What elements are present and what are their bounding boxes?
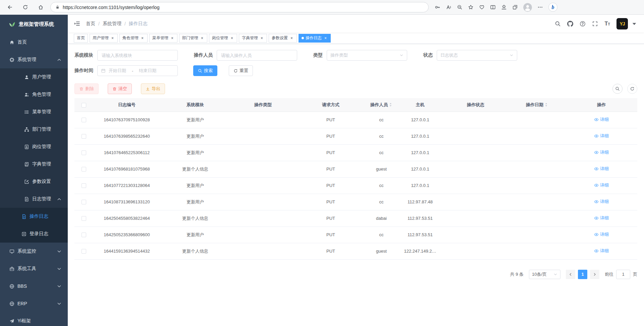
detail-link[interactable]: 详细 <box>594 117 609 123</box>
tab-close-icon[interactable]: × <box>170 36 174 40</box>
more-options-icon[interactable] <box>537 4 543 10</box>
sidebar-item-tools[interactable]: 系统工具 <box>0 260 68 277</box>
tab-close-icon[interactable]: × <box>323 36 328 40</box>
sidebar-item-post[interactable]: 岗位管理 <box>0 138 68 155</box>
read-aloud-icon[interactable] <box>446 4 451 10</box>
sidebar-item-loginlog[interactable]: 登录日志 <box>0 225 68 243</box>
next-page-button[interactable] <box>590 270 599 279</box>
row-checkbox[interactable] <box>82 118 86 122</box>
tab-menu[interactable]: 菜单管理× <box>149 34 177 43</box>
operator-input[interactable] <box>217 50 297 61</box>
avatar[interactable]: YJ <box>616 18 628 29</box>
tab-post[interactable]: 岗位管理× <box>209 34 237 43</box>
tab-dict[interactable]: 字典管理× <box>239 34 267 43</box>
tab-operlog[interactable]: 操作日志× <box>299 34 331 43</box>
row-checkbox[interactable] <box>82 183 86 188</box>
app-logo[interactable]: 意框架管理系统 <box>0 15 68 34</box>
search-button[interactable]: 搜索 <box>193 65 217 76</box>
breadcrumb-item-1[interactable]: 系统管理 <box>103 21 121 27</box>
tab-close-icon[interactable]: × <box>140 36 145 40</box>
sidebar-item-dept[interactable]: 部门管理 <box>0 121 68 138</box>
sidebar-item-operlog[interactable]: 操作日志 <box>0 208 68 225</box>
page-number-button[interactable]: 1 <box>578 270 587 279</box>
reload-icon[interactable] <box>20 2 30 12</box>
toggle-search-button[interactable] <box>612 84 623 94</box>
sidebar-item-role[interactable]: 角色管理 <box>0 86 68 103</box>
detail-link[interactable]: 详细 <box>594 232 609 238</box>
tab-close-icon[interactable]: × <box>260 36 264 40</box>
sidebar-item-menu[interactable]: 菜单管理 <box>0 103 68 121</box>
header-search-icon[interactable] <box>555 21 561 27</box>
sort-icons[interactable] <box>544 102 548 107</box>
favorites-icon[interactable] <box>468 4 474 10</box>
tab-param[interactable]: 参数设置× <box>269 34 297 43</box>
zoom-out-icon[interactable] <box>457 4 463 10</box>
font-size-icon[interactable]: TT <box>604 21 610 26</box>
sidebar-item-home[interactable]: 首页 <box>0 34 68 51</box>
hamburger-icon[interactable] <box>74 20 80 27</box>
sidebar-item-dict[interactable]: 字典管理 <box>0 155 68 173</box>
tab-dept[interactable]: 部门管理× <box>179 34 207 43</box>
column-header-operator[interactable]: 操作人员 <box>365 98 397 112</box>
address-bar[interactable]: https://ccnetcore.com:1101/system/log/op… <box>50 2 429 12</box>
export-button[interactable]: 导出 <box>141 83 165 94</box>
tab-user[interactable]: 用户管理× <box>90 34 118 43</box>
detail-link[interactable]: 详细 <box>594 182 609 188</box>
module-input[interactable] <box>97 50 178 61</box>
help-icon[interactable] <box>580 21 586 27</box>
page-size-select[interactable]: 10条/页 <box>529 270 560 279</box>
row-checkbox[interactable] <box>82 200 86 204</box>
row-checkbox[interactable] <box>82 233 86 237</box>
row-checkbox[interactable] <box>82 249 86 254</box>
back-icon[interactable] <box>5 2 15 12</box>
fullscreen-icon[interactable] <box>592 21 598 27</box>
breadcrumb-item-0[interactable]: 首页 <box>86 21 95 27</box>
browser-essentials-icon[interactable] <box>479 4 485 10</box>
sidebar-item-monitor[interactable]: 系统监控 <box>0 243 68 260</box>
avatar-caret-icon[interactable] <box>631 21 637 27</box>
clear-button[interactable]: 清空 <box>108 83 132 94</box>
sort-icons[interactable] <box>389 102 392 107</box>
favorites-bar-icon[interactable] <box>501 4 507 10</box>
detail-link[interactable]: 详细 <box>594 166 609 172</box>
detail-link[interactable]: 详细 <box>594 199 609 205</box>
tab-home[interactable]: 首页 <box>74 34 88 43</box>
sidebar-item-erp[interactable]: ERP <box>0 295 68 312</box>
detail-link[interactable]: 详细 <box>594 215 609 221</box>
sidebar-item-user[interactable]: 用户管理 <box>0 68 68 86</box>
column-header-date[interactable]: 操作日期 <box>508 98 566 112</box>
row-checkbox[interactable] <box>82 134 86 139</box>
sidebar-item-param[interactable]: 参数设置 <box>0 173 68 190</box>
detail-link[interactable]: 详细 <box>594 248 609 254</box>
goto-page-input[interactable] <box>616 270 630 279</box>
reset-button[interactable]: 重置 <box>229 65 253 76</box>
sidebar-item-yi[interactable]: Yi框架 <box>0 312 68 326</box>
prev-page-button[interactable] <box>566 270 575 279</box>
split-screen-icon[interactable] <box>490 4 496 10</box>
tab-close-icon[interactable]: × <box>110 36 115 40</box>
select-all-checkbox[interactable] <box>82 103 86 108</box>
collections-icon[interactable] <box>512 4 518 10</box>
status-select[interactable]: 日志状态 <box>437 50 517 61</box>
date-range-picker[interactable]: 开始日期 - 结束日期 <box>97 65 178 76</box>
detail-link[interactable]: 详细 <box>594 149 609 155</box>
tab-close-icon[interactable]: × <box>230 36 234 40</box>
browser-profile-avatar[interactable] <box>523 3 532 12</box>
browser-home-icon[interactable] <box>36 2 46 12</box>
sidebar-item-bbs[interactable]: BBS <box>0 277 68 295</box>
tab-role[interactable]: 角色管理× <box>119 34 148 43</box>
detail-link[interactable]: 详细 <box>594 133 609 139</box>
row-checkbox[interactable] <box>82 150 86 155</box>
type-select[interactable]: 操作类型 <box>327 50 407 61</box>
sidebar-item-system[interactable]: 系统管理 <box>0 51 68 68</box>
row-checkbox[interactable] <box>82 167 86 172</box>
sidebar-item-log[interactable]: 日志管理 <box>0 190 68 208</box>
row-checkbox[interactable] <box>82 216 86 221</box>
delete-button[interactable]: 删除 <box>74 83 99 94</box>
bing-icon[interactable]: b <box>548 3 557 12</box>
refresh-table-button[interactable] <box>627 84 637 94</box>
github-icon[interactable] <box>567 21 573 27</box>
tab-close-icon[interactable]: × <box>289 36 294 40</box>
tab-close-icon[interactable]: × <box>200 36 204 40</box>
password-icon[interactable] <box>435 4 440 10</box>
